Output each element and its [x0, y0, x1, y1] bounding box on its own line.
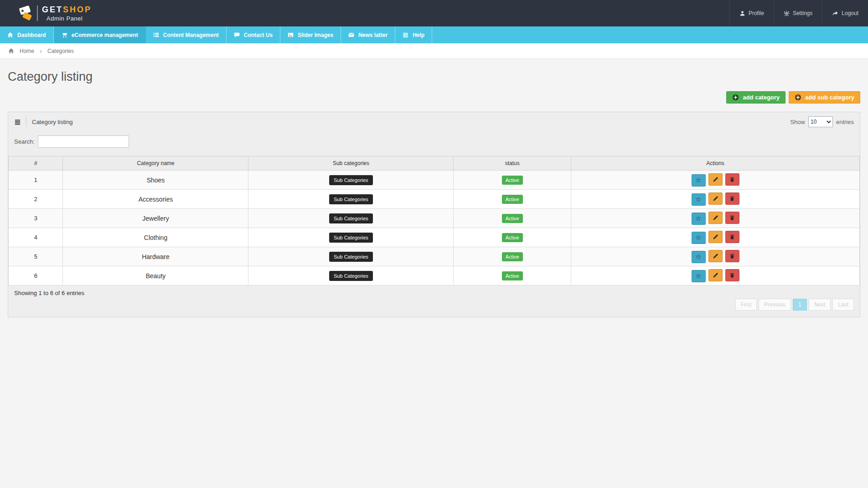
sub-categories-cell: Sub Categories — [248, 247, 454, 266]
status-cell: Active — [454, 228, 571, 247]
status-badge: Active — [502, 176, 523, 185]
edit-button[interactable] — [708, 269, 723, 281]
star-button[interactable]: ☆ — [692, 251, 706, 263]
nav-item-label: Slider Images — [298, 32, 333, 38]
status-cell: Active — [454, 266, 571, 286]
add-category-button[interactable]: add category — [726, 91, 785, 104]
pencil-icon — [713, 234, 718, 240]
settings-button[interactable]: Settings — [774, 0, 822, 26]
envelope-icon — [348, 32, 354, 38]
star-icon: ☆ — [695, 177, 701, 184]
list-icon — [153, 32, 159, 38]
table-row: 1ShoesSub CategoriesActive☆ — [9, 171, 860, 190]
collapse-panel-button[interactable] — [14, 117, 26, 127]
add-category-label: add category — [743, 94, 780, 101]
nav-item-slider-images[interactable]: Slider Images — [280, 26, 341, 43]
actions-cell: ☆ — [571, 247, 860, 266]
chevron-right-icon: › — [40, 47, 42, 55]
sub-categories-cell: Sub Categories — [248, 266, 454, 286]
star-button[interactable]: ☆ — [692, 213, 706, 225]
sub-categories-button[interactable]: Sub Categories — [329, 233, 373, 243]
category-name: Shoes — [63, 171, 248, 190]
edit-button[interactable] — [708, 212, 723, 224]
nav-item-label: Help — [413, 32, 424, 38]
delete-button[interactable] — [725, 250, 739, 262]
edit-button[interactable] — [708, 192, 723, 205]
pencil-icon — [713, 253, 718, 259]
logout-label: Logout — [842, 10, 858, 16]
trash-icon — [729, 253, 735, 259]
star-button[interactable]: ☆ — [692, 232, 706, 244]
entries-control: Show 10 entries — [790, 116, 854, 127]
app-header: GETSHOP Admin Panel Profile Settings Log… — [0, 0, 868, 26]
price-tags-icon — [18, 5, 36, 22]
sub-categories-button[interactable]: Sub Categories — [329, 271, 373, 281]
nav-item-label: Dashboard — [17, 32, 46, 38]
delete-button[interactable] — [725, 173, 739, 186]
table-row: 5HardwareSub CategoriesActive☆ — [9, 247, 860, 266]
nav-item-ecommerce-management[interactable]: eCommerce management — [54, 26, 146, 43]
showing-entries-text: Showing 1 to 6 of 6 entries — [14, 290, 854, 296]
logo-shop: SHOP — [63, 5, 92, 14]
pagination-previous: Previous — [759, 299, 791, 311]
search-label: Search: — [14, 138, 35, 145]
column-header-status: status — [454, 156, 571, 171]
logout-button[interactable]: Logout — [822, 0, 868, 26]
logo-subtitle: Admin Panel — [42, 15, 92, 22]
row-number: 1 — [9, 171, 63, 190]
nav-item-label: Content Management — [163, 32, 219, 38]
trash-icon — [729, 272, 735, 278]
edit-button[interactable] — [708, 173, 723, 186]
status-cell: Active — [454, 190, 571, 209]
entries-select[interactable]: 10 — [808, 116, 833, 127]
brand-logo: GETSHOP Admin Panel — [0, 0, 92, 26]
category-name: Clothing — [63, 228, 248, 247]
edit-button[interactable] — [708, 250, 723, 262]
category-table-body: 1ShoesSub CategoriesActive☆2AccessoriesS… — [9, 171, 860, 286]
status-cell: Active — [454, 247, 571, 266]
star-button[interactable]: ☆ — [692, 193, 706, 206]
breadcrumb-home[interactable]: Home — [20, 48, 34, 54]
user-menu: Profile Settings Logout — [729, 0, 868, 26]
star-button[interactable]: ☆ — [692, 270, 706, 282]
nav-item-label: Contact Us — [244, 32, 273, 38]
sub-categories-button[interactable]: Sub Categories — [329, 252, 373, 262]
delete-button[interactable] — [725, 231, 739, 243]
row-number: 2 — [9, 190, 63, 209]
pagination: FirstPrevious1NextLast — [14, 299, 854, 311]
add-sub-category-label: add sub category — [805, 94, 854, 101]
nav-item-content-management[interactable]: Content Management — [146, 26, 227, 43]
nav-item-contact-us[interactable]: Contact Us — [227, 26, 280, 43]
category-name: Beauty — [63, 266, 248, 286]
star-button[interactable]: ☆ — [692, 174, 706, 187]
delete-button[interactable] — [725, 269, 739, 281]
user-icon — [739, 10, 745, 16]
delete-button[interactable] — [725, 212, 739, 224]
add-sub-category-button[interactable]: add sub category — [789, 91, 860, 104]
nav-item-news-latter[interactable]: News latter — [341, 26, 395, 43]
pencil-icon — [713, 215, 718, 221]
plus-circle-icon — [795, 94, 801, 101]
sub-categories-button[interactable]: Sub Categories — [329, 194, 373, 204]
pagination-1[interactable]: 1 — [793, 299, 807, 311]
edit-button[interactable] — [708, 231, 723, 243]
category-listing-panel: Category listing Show 10 entries Search:… — [8, 112, 860, 317]
nav-item-help[interactable]: Help — [395, 26, 432, 43]
nav-item-dashboard[interactable]: Dashboard — [0, 26, 54, 43]
delete-button[interactable] — [725, 192, 739, 205]
status-badge: Active — [502, 252, 523, 261]
actions-cell: ☆ — [571, 190, 860, 209]
sub-categories-button[interactable]: Sub Categories — [329, 175, 373, 185]
entries-label: entries — [836, 119, 854, 125]
table-row: 3JewellerySub CategoriesActive☆ — [9, 209, 860, 228]
sub-categories-button[interactable]: Sub Categories — [329, 213, 373, 223]
panel-title: Category listing — [32, 119, 73, 125]
search-input[interactable] — [38, 135, 129, 148]
nav-item-label: eCommerce management — [72, 32, 138, 38]
row-number: 5 — [9, 247, 63, 266]
pagination-next: Next — [809, 299, 831, 311]
pencil-icon — [713, 196, 718, 202]
category-table: # Category name Sub categories status Ac… — [8, 156, 860, 286]
profile-button[interactable]: Profile — [729, 0, 774, 26]
trash-icon — [729, 196, 735, 202]
